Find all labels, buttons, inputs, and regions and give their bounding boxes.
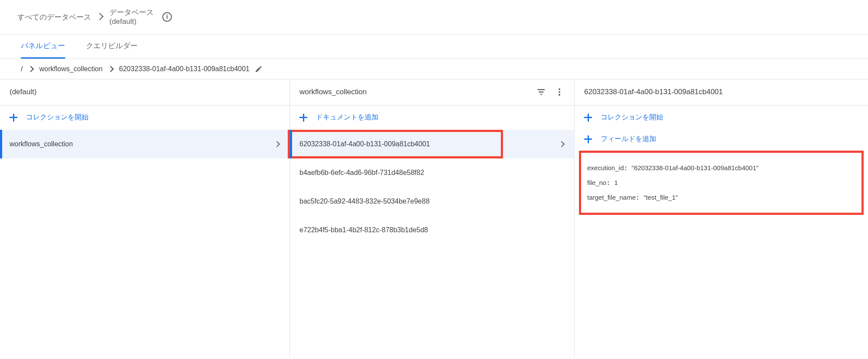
tab-query-builder[interactable]: クエリビルダー bbox=[86, 35, 138, 59]
chevron-right-icon bbox=[96, 13, 104, 21]
document-item[interactable]: 62032338-01af-4a00-b131-009a81cb4001 bbox=[290, 130, 574, 158]
plus-icon bbox=[584, 135, 592, 143]
panel-database-title: (default) bbox=[10, 88, 280, 96]
documents-list: 62032338-01af-4a00-b131-009a81cb4001 b4a… bbox=[290, 130, 574, 244]
panel-collection-title: workflows_collection bbox=[299, 88, 528, 96]
field-value: test_file_1 bbox=[644, 194, 678, 201]
svg-point-0 bbox=[559, 89, 560, 90]
db-breadcrumb: すべてのデータベース データベース (default) bbox=[0, 0, 868, 35]
add-document-label: ドキュメントを追加 bbox=[316, 113, 378, 122]
tabs: パネルビュー クエリビルダー bbox=[0, 35, 868, 59]
chevron-right-icon bbox=[274, 141, 280, 147]
panel-collection-header: workflows_collection bbox=[290, 79, 574, 105]
start-collection-button[interactable]: コレクションを開始 bbox=[0, 105, 289, 130]
chevron-right-icon bbox=[28, 66, 34, 72]
field-row[interactable]: target_file_name: test_file_1 bbox=[587, 190, 855, 205]
info-icon[interactable] bbox=[162, 12, 172, 22]
path-doc-id[interactable]: 62032338-01af-4a00-b131-009a81cb4001 bbox=[119, 65, 250, 73]
collections-list: workflows_collection bbox=[0, 130, 289, 158]
plus-icon bbox=[584, 114, 592, 122]
pencil-icon[interactable] bbox=[255, 65, 263, 73]
start-subcollection-label: コレクションを開始 bbox=[601, 113, 663, 122]
panel-document: 62032338-01af-4a00-b131-009a81cb4001 コレク… bbox=[575, 79, 868, 357]
path-collection[interactable]: workflows_collection bbox=[39, 65, 102, 73]
add-field-label: フィールドを追加 bbox=[601, 135, 656, 144]
field-key: file_no bbox=[587, 179, 606, 186]
document-item-label: 62032338-01af-4a00-b131-009a81cb4001 bbox=[299, 140, 491, 148]
panels: (default) コレクションを開始 workflows_collection… bbox=[0, 79, 868, 357]
collection-item[interactable]: workflows_collection bbox=[0, 130, 289, 158]
start-subcollection-button[interactable]: コレクションを開始 bbox=[575, 105, 868, 130]
chevron-right-icon bbox=[108, 66, 114, 72]
svg-point-1 bbox=[559, 91, 560, 93]
document-item[interactable]: b4aefb6b-6efc-4ad6-96bf-731d48e58f82 bbox=[290, 158, 574, 187]
add-document-button[interactable]: ドキュメントを追加 bbox=[290, 105, 574, 130]
breadcrumb-db[interactable]: データベース (default) bbox=[109, 8, 154, 26]
tab-panel-view[interactable]: パネルビュー bbox=[21, 35, 65, 59]
panel-collection: workflows_collection ドキュメントを追加 62032338-… bbox=[290, 79, 575, 357]
more-vert-icon[interactable] bbox=[554, 87, 565, 97]
document-path: / workflows_collection 62032338-01af-4a0… bbox=[0, 59, 868, 79]
breadcrumb-db-label: データベース bbox=[109, 8, 154, 17]
plus-icon bbox=[299, 114, 307, 122]
document-item[interactable]: bac5fc20-5a92-4483-832e-5034be7e9e88 bbox=[290, 187, 574, 216]
filter-icon[interactable] bbox=[536, 87, 546, 97]
document-item-label: b4aefb6b-6efc-4ad6-96bf-731d48e58f82 bbox=[299, 169, 565, 177]
chevron-right-icon bbox=[559, 141, 565, 147]
document-item-label: e722b4f5-bba1-4b2f-812c-878b3b1de5d8 bbox=[299, 226, 565, 234]
field-key: execution_id bbox=[587, 164, 624, 171]
document-item-label: bac5fc20-5a92-4483-832e-5034be7e9e88 bbox=[299, 198, 565, 205]
panel-document-title: 62032338-01af-4a00-b131-009a81cb4001 bbox=[584, 88, 858, 96]
panel-database: (default) コレクションを開始 workflows_collection bbox=[0, 79, 290, 357]
breadcrumb-root[interactable]: すべてのデータベース bbox=[17, 12, 91, 22]
plus-icon bbox=[10, 114, 17, 122]
svg-point-2 bbox=[559, 94, 560, 96]
breadcrumb-db-name: (default) bbox=[109, 17, 154, 26]
field-row[interactable]: file_no: 1 bbox=[587, 175, 855, 190]
field-value: 62032338-01af-4a00-b131-009a81cb4001 bbox=[631, 164, 759, 171]
field-key: target_file_name bbox=[587, 194, 636, 201]
collection-item-label: workflows_collection bbox=[10, 140, 274, 148]
add-field-button[interactable]: フィールドを追加 bbox=[575, 130, 868, 149]
panel-database-header: (default) bbox=[0, 79, 289, 105]
panel-document-header: 62032338-01af-4a00-b131-009a81cb4001 bbox=[575, 79, 868, 105]
field-row[interactable]: execution_id: 62032338-01af-4a00-b131-00… bbox=[587, 161, 855, 175]
document-item[interactable]: e722b4f5-bba1-4b2f-812c-878b3b1de5d8 bbox=[290, 216, 574, 244]
path-root[interactable]: / bbox=[21, 65, 23, 73]
field-value: 1 bbox=[614, 179, 618, 186]
document-fields: execution_id: 62032338-01af-4a00-b131-00… bbox=[579, 151, 864, 215]
start-collection-label: コレクションを開始 bbox=[26, 113, 89, 122]
